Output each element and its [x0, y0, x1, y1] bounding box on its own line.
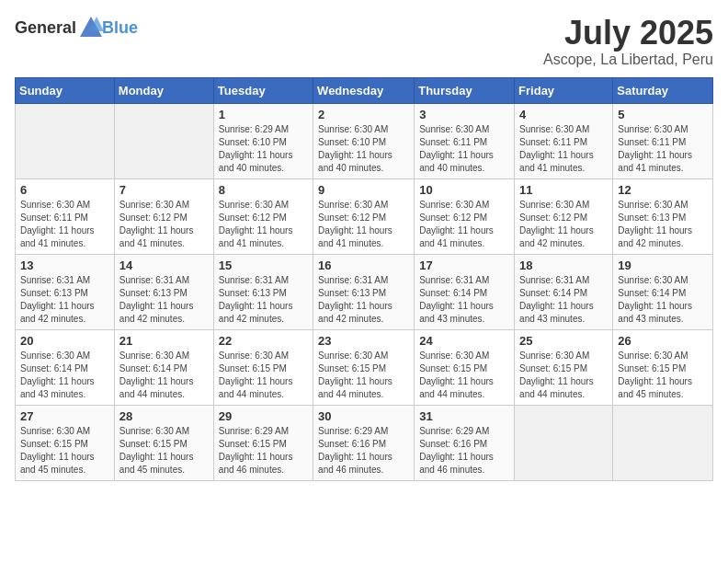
day-info: Sunrise: 6:30 AM Sunset: 6:11 PM Dayligh…: [20, 199, 109, 250]
day-number: 12: [618, 183, 708, 197]
day-cell: 3Sunrise: 6:30 AM Sunset: 6:11 PM Daylig…: [415, 103, 515, 178]
calendar-table: SundayMondayTuesdayWednesdayThursdayFrid…: [15, 77, 713, 481]
week-row-5: 27Sunrise: 6:30 AM Sunset: 6:15 PM Dayli…: [16, 405, 713, 480]
day-cell: 17Sunrise: 6:31 AM Sunset: 6:14 PM Dayli…: [415, 254, 515, 329]
logo: General Blue: [15, 15, 138, 40]
day-number: 26: [618, 334, 708, 348]
day-cell: 24Sunrise: 6:30 AM Sunset: 6:15 PM Dayli…: [415, 329, 515, 405]
logo-icon: [78, 15, 104, 40]
day-cell: 15Sunrise: 6:31 AM Sunset: 6:13 PM Dayli…: [213, 254, 313, 329]
day-number: 14: [119, 259, 209, 272]
day-info: Sunrise: 6:30 AM Sunset: 6:15 PM Dayligh…: [20, 425, 109, 477]
day-info: Sunrise: 6:30 AM Sunset: 6:15 PM Dayligh…: [618, 350, 708, 401]
day-cell: 23Sunrise: 6:30 AM Sunset: 6:15 PM Dayli…: [313, 329, 415, 405]
day-info: Sunrise: 6:31 AM Sunset: 6:13 PM Dayligh…: [119, 274, 209, 326]
day-number: 23: [318, 334, 409, 348]
day-info: Sunrise: 6:30 AM Sunset: 6:11 PM Dayligh…: [519, 123, 608, 175]
day-cell: 21Sunrise: 6:30 AM Sunset: 6:14 PM Dayli…: [114, 329, 213, 405]
day-info: Sunrise: 6:29 AM Sunset: 6:16 PM Dayligh…: [419, 425, 509, 477]
day-cell: [114, 103, 213, 178]
day-number: 3: [419, 108, 509, 121]
day-cell: [16, 103, 115, 178]
day-number: 16: [318, 259, 409, 272]
day-number: 29: [219, 409, 308, 423]
day-number: 11: [519, 183, 608, 197]
day-cell: 7Sunrise: 6:30 AM Sunset: 6:12 PM Daylig…: [114, 178, 213, 254]
day-number: 9: [318, 183, 409, 197]
week-row-4: 20Sunrise: 6:30 AM Sunset: 6:14 PM Dayli…: [16, 329, 713, 405]
day-cell: 13Sunrise: 6:31 AM Sunset: 6:13 PM Dayli…: [16, 254, 115, 329]
day-cell: 22Sunrise: 6:30 AM Sunset: 6:15 PM Dayli…: [213, 329, 313, 405]
day-number: 10: [419, 183, 509, 197]
day-info: Sunrise: 6:31 AM Sunset: 6:13 PM Dayligh…: [219, 274, 308, 326]
day-info: Sunrise: 6:30 AM Sunset: 6:14 PM Dayligh…: [618, 274, 708, 326]
day-number: 4: [519, 108, 608, 121]
day-info: Sunrise: 6:29 AM Sunset: 6:16 PM Dayligh…: [318, 425, 409, 477]
logo-text-blue: Blue: [102, 18, 138, 38]
day-info: Sunrise: 6:30 AM Sunset: 6:15 PM Dayligh…: [318, 350, 409, 401]
weekday-header-tuesday: Tuesday: [213, 77, 313, 103]
day-info: Sunrise: 6:30 AM Sunset: 6:12 PM Dayligh…: [419, 199, 509, 250]
day-cell: 11Sunrise: 6:30 AM Sunset: 6:12 PM Dayli…: [515, 178, 613, 254]
day-number: 25: [519, 334, 608, 348]
title-block: July 2025 Ascope, La Libertad, Peru: [543, 15, 713, 68]
day-number: 21: [119, 334, 209, 348]
day-cell: 26Sunrise: 6:30 AM Sunset: 6:15 PM Dayli…: [613, 329, 713, 405]
day-number: 24: [419, 334, 509, 348]
day-cell: 8Sunrise: 6:30 AM Sunset: 6:12 PM Daylig…: [213, 178, 313, 254]
day-info: Sunrise: 6:30 AM Sunset: 6:11 PM Dayligh…: [618, 123, 708, 175]
day-number: 15: [219, 259, 308, 272]
day-info: Sunrise: 6:30 AM Sunset: 6:13 PM Dayligh…: [618, 199, 708, 250]
day-info: Sunrise: 6:30 AM Sunset: 6:12 PM Dayligh…: [119, 199, 209, 250]
day-cell: 19Sunrise: 6:30 AM Sunset: 6:14 PM Dayli…: [613, 254, 713, 329]
day-cell: 6Sunrise: 6:30 AM Sunset: 6:11 PM Daylig…: [16, 178, 115, 254]
day-cell: 20Sunrise: 6:30 AM Sunset: 6:14 PM Dayli…: [16, 329, 115, 405]
logo-text-general: General: [15, 18, 76, 38]
day-number: 27: [20, 409, 109, 423]
day-cell: 27Sunrise: 6:30 AM Sunset: 6:15 PM Dayli…: [16, 405, 115, 480]
day-info: Sunrise: 6:30 AM Sunset: 6:14 PM Dayligh…: [20, 350, 109, 401]
day-cell: 29Sunrise: 6:29 AM Sunset: 6:15 PM Dayli…: [213, 405, 313, 480]
day-cell: 16Sunrise: 6:31 AM Sunset: 6:13 PM Dayli…: [313, 254, 415, 329]
location-title: Ascope, La Libertad, Peru: [543, 52, 713, 68]
day-cell: 25Sunrise: 6:30 AM Sunset: 6:15 PM Dayli…: [515, 329, 613, 405]
day-cell: 30Sunrise: 6:29 AM Sunset: 6:16 PM Dayli…: [313, 405, 415, 480]
day-number: 17: [419, 259, 509, 272]
day-info: Sunrise: 6:29 AM Sunset: 6:10 PM Dayligh…: [219, 123, 308, 175]
day-number: 13: [20, 259, 109, 272]
day-number: 28: [119, 409, 209, 423]
day-number: 7: [119, 183, 209, 197]
day-info: Sunrise: 6:31 AM Sunset: 6:14 PM Dayligh…: [419, 274, 509, 326]
day-cell: 1Sunrise: 6:29 AM Sunset: 6:10 PM Daylig…: [213, 103, 313, 178]
weekday-header-saturday: Saturday: [613, 77, 713, 103]
day-number: 6: [20, 183, 109, 197]
day-cell: 9Sunrise: 6:30 AM Sunset: 6:12 PM Daylig…: [313, 178, 415, 254]
day-info: Sunrise: 6:30 AM Sunset: 6:10 PM Dayligh…: [318, 123, 409, 175]
day-info: Sunrise: 6:30 AM Sunset: 6:14 PM Dayligh…: [119, 350, 209, 401]
weekday-header-friday: Friday: [515, 77, 613, 103]
day-info: Sunrise: 6:30 AM Sunset: 6:12 PM Dayligh…: [519, 199, 608, 250]
day-cell: 10Sunrise: 6:30 AM Sunset: 6:12 PM Dayli…: [415, 178, 515, 254]
weekday-header-wednesday: Wednesday: [313, 77, 415, 103]
day-cell: 2Sunrise: 6:30 AM Sunset: 6:10 PM Daylig…: [313, 103, 415, 178]
day-cell: 12Sunrise: 6:30 AM Sunset: 6:13 PM Dayli…: [613, 178, 713, 254]
weekday-header-row: SundayMondayTuesdayWednesdayThursdayFrid…: [16, 77, 713, 103]
day-number: 2: [318, 108, 409, 121]
day-info: Sunrise: 6:31 AM Sunset: 6:13 PM Dayligh…: [20, 274, 109, 326]
weekday-header-monday: Monday: [114, 77, 213, 103]
day-number: 22: [219, 334, 308, 348]
day-number: 19: [618, 259, 708, 272]
day-info: Sunrise: 6:30 AM Sunset: 6:15 PM Dayligh…: [419, 350, 509, 401]
day-info: Sunrise: 6:30 AM Sunset: 6:11 PM Dayligh…: [419, 123, 509, 175]
week-row-2: 6Sunrise: 6:30 AM Sunset: 6:11 PM Daylig…: [16, 178, 713, 254]
weekday-header-sunday: Sunday: [16, 77, 115, 103]
day-number: 8: [219, 183, 308, 197]
weekday-header-thursday: Thursday: [415, 77, 515, 103]
day-cell: 18Sunrise: 6:31 AM Sunset: 6:14 PM Dayli…: [515, 254, 613, 329]
day-number: 31: [419, 409, 509, 423]
day-info: Sunrise: 6:30 AM Sunset: 6:15 PM Dayligh…: [219, 350, 308, 401]
day-info: Sunrise: 6:30 AM Sunset: 6:15 PM Dayligh…: [119, 425, 209, 477]
day-number: 5: [618, 108, 708, 121]
day-number: 30: [318, 409, 409, 423]
day-cell: 28Sunrise: 6:30 AM Sunset: 6:15 PM Dayli…: [114, 405, 213, 480]
